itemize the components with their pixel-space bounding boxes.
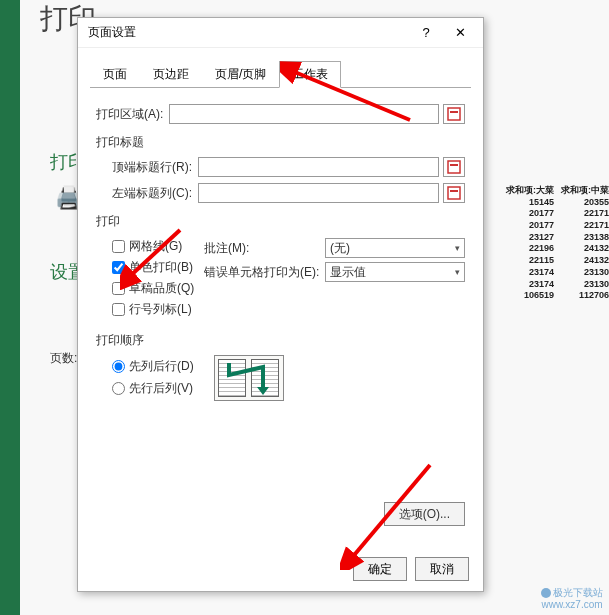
- top-row-input[interactable]: [198, 157, 439, 177]
- watermark-logo-icon: [541, 588, 551, 598]
- page-setup-dialog: 页面设置 ? ✕ 页面 页边距 页眉/页脚 工作表 打印区域(A): 打印标题 …: [77, 17, 484, 592]
- svg-rect-5: [450, 190, 458, 192]
- help-button[interactable]: ?: [409, 19, 443, 47]
- dialog-titlebar: 页面设置 ? ✕: [78, 18, 483, 48]
- svg-rect-1: [450, 111, 458, 113]
- bg-data-preview: 求和项:大菜 求和项:中菜 15145 20355 20177 22171 20…: [504, 185, 609, 302]
- left-col-ref-button[interactable]: [443, 183, 465, 203]
- tab-page[interactable]: 页面: [90, 61, 140, 88]
- print-area-input[interactable]: [169, 104, 439, 124]
- collapse-dialog-icon: [447, 160, 461, 174]
- tab-margins[interactable]: 页边距: [140, 61, 202, 88]
- order-over-down-radio[interactable]: 先行后列(V): [112, 380, 194, 397]
- comments-select[interactable]: (无) ▾: [325, 238, 465, 258]
- comments-label: 批注(M):: [204, 240, 319, 257]
- top-row-ref-button[interactable]: [443, 157, 465, 177]
- errors-select[interactable]: 显示值 ▾: [325, 262, 465, 282]
- bg-pages-label: 页数:: [50, 350, 77, 367]
- tab-header-footer[interactable]: 页眉/页脚: [202, 61, 279, 88]
- svg-rect-0: [448, 108, 460, 120]
- print-area-label: 打印区域(A):: [96, 106, 163, 123]
- errors-label: 错误单元格打印为(E):: [204, 264, 319, 281]
- order-arrow-icon: [223, 361, 275, 395]
- tab-bar: 页面 页边距 页眉/页脚 工作表: [90, 60, 471, 88]
- dialog-title: 页面设置: [88, 24, 409, 41]
- print-area-ref-button[interactable]: [443, 104, 465, 124]
- svg-rect-2: [448, 161, 460, 173]
- tab-sheet[interactable]: 工作表: [279, 61, 341, 88]
- top-row-label: 顶端标题行(R):: [112, 159, 192, 176]
- draft-checkbox[interactable]: 草稿品质(Q): [112, 280, 204, 297]
- rowcol-checkbox[interactable]: 行号列标(L): [112, 301, 204, 318]
- left-col-input[interactable]: [198, 183, 439, 203]
- order-header: 打印顺序: [96, 332, 465, 349]
- order-illustration: [214, 355, 284, 401]
- app-sidebar: [0, 0, 20, 615]
- chevron-down-icon: ▾: [455, 243, 460, 253]
- print-section-header: 打印: [96, 213, 465, 230]
- gridlines-checkbox[interactable]: 网格线(G): [112, 238, 204, 255]
- cancel-button[interactable]: 取消: [415, 557, 469, 581]
- collapse-dialog-icon: [447, 107, 461, 121]
- collapse-dialog-icon: [447, 186, 461, 200]
- chevron-down-icon: ▾: [455, 267, 460, 277]
- ok-button[interactable]: 确定: [353, 557, 407, 581]
- options-button[interactable]: 选项(O)...: [384, 502, 465, 526]
- left-col-label: 左端标题列(C):: [112, 185, 192, 202]
- close-button[interactable]: ✕: [443, 19, 477, 47]
- order-down-over-radio[interactable]: 先列后行(D): [112, 358, 194, 375]
- watermark: 极光下载站 www.xz7.com: [541, 587, 603, 611]
- bw-checkbox[interactable]: 单色打印(B): [112, 259, 204, 276]
- print-titles-header: 打印标题: [96, 134, 465, 151]
- svg-rect-3: [450, 164, 458, 166]
- svg-rect-4: [448, 187, 460, 199]
